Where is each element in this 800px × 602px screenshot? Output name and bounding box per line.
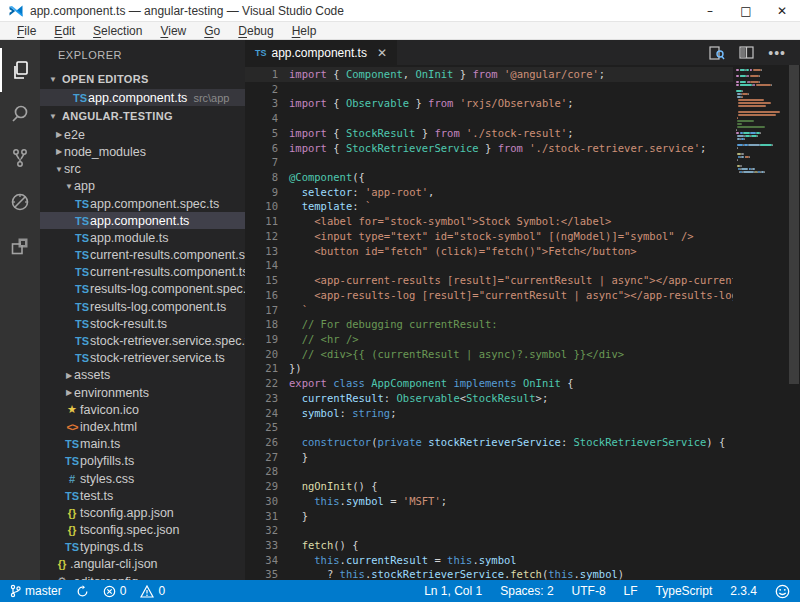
close-tab-icon[interactable]: ✕ <box>377 46 387 60</box>
open-editors-header[interactable]: ▼ OPEN EDITORS <box>40 69 245 89</box>
menu-item-debug[interactable]: Debug <box>229 24 282 38</box>
tree-item-app[interactable]: ▼app <box>40 178 245 195</box>
activity-explorer-icon[interactable] <box>0 48 40 92</box>
code-line-32[interactable]: 32 <box>245 523 800 538</box>
tree-item-main-ts[interactable]: TSmain.ts <box>40 436 245 453</box>
tree-item-app-component-ts[interactable]: TSapp.component.ts <box>40 212 245 229</box>
tree-item-results-log-component-ts[interactable]: TSresults-log.component.ts <box>40 298 245 315</box>
code-line-30[interactable]: 30 this.symbol = 'MSFT'; <box>245 494 800 509</box>
code-area[interactable]: 1import { Component, OnInit } from '@ang… <box>245 65 800 580</box>
code-line-4[interactable]: 4 <box>245 111 800 126</box>
tree-item-app-component-spec-ts[interactable]: TSapp.component.spec.ts <box>40 195 245 212</box>
code-line-33[interactable]: 33 fetch() { <box>245 538 800 553</box>
code-line-19[interactable]: 19 // <hr /> <box>245 332 800 347</box>
code-line-31[interactable]: 31 } <box>245 509 800 524</box>
status-error[interactable]: 0 <box>103 584 127 598</box>
status-sync[interactable] <box>76 585 89 598</box>
activity-source-control-icon[interactable] <box>0 136 40 180</box>
status-ln-1-col-1[interactable]: Ln 1, Col 1 <box>424 584 482 598</box>
menu-item-selection[interactable]: Selection <box>84 24 151 38</box>
tree-item-current-results-component-spec-ts[interactable]: TScurrent-results.component.spec.ts <box>40 247 245 264</box>
maximize-button[interactable]: □ <box>728 0 764 21</box>
tree-item-editorconfig[interactable]: ⚙.editorconfig <box>40 573 245 580</box>
menu-item-edit[interactable]: Edit <box>45 24 84 38</box>
minimize-button[interactable]: – <box>692 0 728 21</box>
activity-debug-icon[interactable] <box>0 180 40 224</box>
tree-item-stock-result-ts[interactable]: TSstock-result.ts <box>40 315 245 332</box>
tree-item-test-ts[interactable]: TStest.ts <box>40 487 245 504</box>
code-line-26[interactable]: 26 constructor(private stockRetrieverSer… <box>245 435 800 450</box>
status-lf[interactable]: LF <box>624 584 638 598</box>
tree-item-tsconfig-app-json[interactable]: {}tsconfig.app.json <box>40 504 245 521</box>
tree-item-results-log-component-spec-ts[interactable]: TSresults-log.component.spec.ts <box>40 281 245 298</box>
scrollbar-thumb[interactable] <box>789 65 799 384</box>
code-line-8[interactable]: 8@Component({ <box>245 170 800 185</box>
status-spaces-2[interactable]: Spaces: 2 <box>500 584 553 598</box>
tree-item-app-component-ts[interactable]: TSapp.component.tssrc\app <box>40 89 245 106</box>
tree-item-src[interactable]: ▼src <box>40 161 245 178</box>
code-line-12[interactable]: 12 <input type="text" id="stock-symbol" … <box>245 229 800 244</box>
tree-item-polyfills-ts[interactable]: TSpolyfills.ts <box>40 453 245 470</box>
status-warning[interactable]: 0 <box>140 584 165 598</box>
tree-item-styles-css[interactable]: #styles.css <box>40 470 245 487</box>
status-typescript[interactable]: TypeScript <box>656 584 713 598</box>
code-line-23[interactable]: 23 currentResult: Observable<StockResult… <box>245 391 800 406</box>
tree-item-index-html[interactable]: <>index.html <box>40 418 245 435</box>
code-editor[interactable]: 1import { Component, OnInit } from '@ang… <box>245 65 800 580</box>
code-line-11[interactable]: 11 <label for="stock-symbol">Stock Symbo… <box>245 214 800 229</box>
close-button[interactable]: ✕ <box>764 0 800 21</box>
menu-item-help[interactable]: Help <box>283 24 326 38</box>
tab-app-component-ts[interactable]: TS app.component.ts ✕ <box>245 40 397 65</box>
open-preview-icon[interactable] <box>709 46 725 60</box>
tree-item-app-module-ts[interactable]: TSapp.module.ts <box>40 229 245 246</box>
code-line-3[interactable]: 3import { Observable } from 'rxjs/Observ… <box>245 96 800 111</box>
code-line-35[interactable]: 35 ? this.stockRetrieverService.fetch(th… <box>245 567 800 580</box>
code-line-24[interactable]: 24 symbol: string; <box>245 406 800 421</box>
code-line-6[interactable]: 6import { StockRetrieverService } from '… <box>245 141 800 156</box>
activity-search-icon[interactable] <box>0 92 40 136</box>
code-line-1[interactable]: 1import { Component, OnInit } from '@ang… <box>245 67 800 82</box>
tree-item-assets[interactable]: ▶assets <box>40 367 245 384</box>
minimap[interactable] <box>733 65 788 580</box>
code-line-15[interactable]: 15 <app-current-results [result]="curren… <box>245 273 800 288</box>
code-line-5[interactable]: 5import { StockResult } from './stock-re… <box>245 126 800 141</box>
tree-item-stock-retriever-service-spec-ts[interactable]: TSstock-retriever.service.spec.ts <box>40 332 245 349</box>
code-line-14[interactable]: 14 <box>245 258 800 273</box>
vertical-scrollbar[interactable] <box>788 65 800 580</box>
menu-item-file[interactable]: File <box>8 24 45 38</box>
code-line-22[interactable]: 22export class AppComponent implements O… <box>245 376 800 391</box>
code-line-18[interactable]: 18 // For debugging currentResult: <box>245 317 800 332</box>
code-line-21[interactable]: 21}) <box>245 361 800 376</box>
code-line-16[interactable]: 16 <app-results-log [result]="currentRes… <box>245 288 800 303</box>
tree-item-e2e[interactable]: ▶e2e <box>40 126 245 143</box>
status-utf-8[interactable]: UTF-8 <box>572 584 606 598</box>
code-line-9[interactable]: 9 selector: 'app-root', <box>245 185 800 200</box>
code-line-25[interactable]: 25 <box>245 420 800 435</box>
code-line-28[interactable]: 28 <box>245 464 800 479</box>
more-actions-icon[interactable]: ••• <box>768 48 786 58</box>
code-line-17[interactable]: 17 ` <box>245 303 800 318</box>
tree-item-current-results-component-ts[interactable]: TScurrent-results.component.ts <box>40 264 245 281</box>
status-smiley[interactable] <box>775 584 790 599</box>
code-line-29[interactable]: 29 ngOnInit() { <box>245 479 800 494</box>
code-line-2[interactable]: 2 <box>245 82 800 97</box>
code-line-7[interactable]: 7 <box>245 155 800 170</box>
menu-item-go[interactable]: Go <box>195 24 229 38</box>
tree-item-node-modules[interactable]: ▶node_modules <box>40 143 245 160</box>
status-git-branch[interactable]: master <box>10 584 62 598</box>
code-line-27[interactable]: 27 } <box>245 450 800 465</box>
tree-item-typings-d-ts[interactable]: TStypings.d.ts <box>40 539 245 556</box>
tree-item-environments[interactable]: ▶environments <box>40 384 245 401</box>
tree-item-tsconfig-spec-json[interactable]: {}tsconfig.spec.json <box>40 522 245 539</box>
tree-item-angular-cli-json[interactable]: {}.angular-cli.json <box>40 556 245 573</box>
menu-item-view[interactable]: View <box>151 24 195 38</box>
split-editor-icon[interactable] <box>739 46 754 59</box>
tree-item-favicon-ico[interactable]: ★favicon.ico <box>40 401 245 418</box>
code-line-34[interactable]: 34 this.currentResult = this.symbol <box>245 553 800 568</box>
status-2-3-4[interactable]: 2.3.4 <box>730 584 757 598</box>
project-header[interactable]: ▼ ANGULAR-TESTING <box>40 106 245 126</box>
tree-item-stock-retriever-service-ts[interactable]: TSstock-retriever.service.ts <box>40 350 245 367</box>
code-line-13[interactable]: 13 <button id="fetch" (click)="fetch()">… <box>245 244 800 259</box>
code-line-10[interactable]: 10 template: ` <box>245 199 800 214</box>
activity-extensions-icon[interactable] <box>0 224 40 268</box>
